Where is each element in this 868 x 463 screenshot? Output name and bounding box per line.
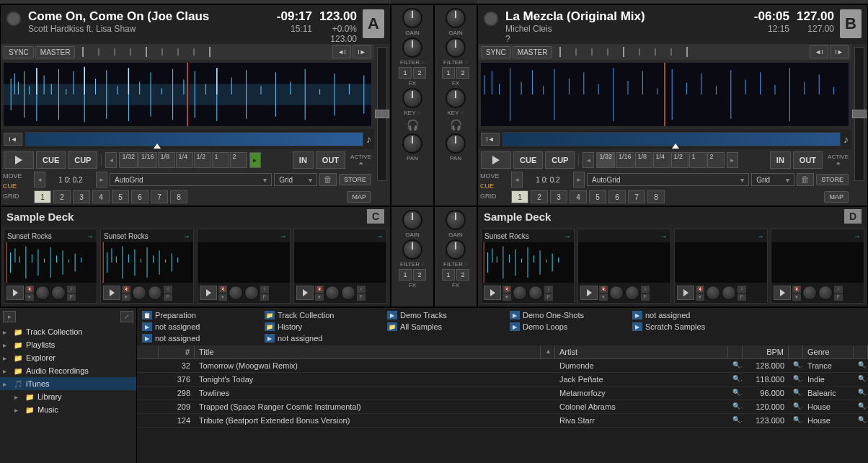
sample-play-button[interactable] [677,286,694,300]
sample-slot-4[interactable]: →🔇▾iF [771,229,864,304]
deck-a-loop-size-dec[interactable]: ◄ [105,152,117,168]
loop-size-1/2[interactable]: 1/2 [671,152,688,168]
sample-filter-knob[interactable] [528,286,543,300]
deck-b-skip-start-button[interactable]: I◄ [481,133,500,146]
deck-b-autogrid-select[interactable]: AutoGrid [587,173,749,186]
search-icon[interactable]: 🔍 [789,387,803,399]
favorite-not-assigned[interactable]: ▶not assigned [140,321,262,332]
deck-a-master-button[interactable]: MASTER [35,46,76,58]
deck-b-loop-size-inc[interactable]: ► [727,152,738,168]
search-icon[interactable]: 🔍 [728,387,743,399]
sample-slot-2[interactable]: →🔇▾iF [577,229,671,304]
search-icon[interactable]: 🔍 [728,374,743,385]
deck-a-waveform[interactable] [4,63,371,126]
mixer-a-gain-knob[interactable] [402,8,422,28]
deck-a-letter[interactable]: A [363,9,384,38]
tree-item-itunes[interactable]: ▸🎵iTunes [0,377,136,390]
sample-slot-4[interactable]: →🔇▾iF [293,229,387,304]
loop-size-1[interactable]: 1 [689,152,707,168]
favorite-track-collection[interactable]: 📁Track Collection [262,309,385,321]
disclosure-icon[interactable]: ▸ [14,406,22,414]
deck-b-loop-active-label[interactable]: ACTIVE [828,154,849,160]
col-artist[interactable]: Artist [555,345,728,358]
hotcue-5[interactable]: 5 [589,190,606,203]
search-icon[interactable]: 🔍 [854,374,868,385]
search-icon[interactable]: 🔍 [728,401,743,413]
favorite-all-samples[interactable]: 📁All Samples [385,321,508,332]
sample-waveform[interactable] [771,242,864,283]
mute-icon[interactable]: 🔇 [122,286,130,293]
sample-gain-knob[interactable] [229,286,243,300]
deck-b-sync-button[interactable]: SYNC [481,46,511,58]
hotcue-3[interactable]: 3 [550,190,567,203]
mixer-c-filter-knob[interactable] [402,239,422,260]
deck-b-overview[interactable] [502,132,841,146]
deck-b-loop-size-dec[interactable]: ◄ [583,152,594,168]
hotcue-2[interactable]: 2 [53,190,71,203]
map-button[interactable]: MAP [824,191,849,203]
search-icon[interactable]: 🔍 [728,415,743,426]
mixer-a-filter-knob[interactable] [402,38,422,58]
mixer-d-fx1[interactable]: 1 [442,269,455,281]
deck-a-cup-button[interactable]: CUP [68,151,97,169]
deck-b-tab-move[interactable]: MOVE [478,171,508,181]
sample-deck-c-letter[interactable]: C [367,209,384,224]
deck-a-load-indicator[interactable] [6,12,21,26]
sample-filter-knob[interactable] [818,286,833,300]
sample-waveform[interactable] [4,242,97,283]
tree-item-music[interactable]: ▸📁Music [0,403,136,416]
deck-b-store-button[interactable]: STORE [816,174,849,185]
sample-gain-knob[interactable] [706,286,720,300]
col-genre[interactable]: Genre [803,345,854,358]
hotcue-3[interactable]: 3 [73,190,90,203]
sample-waveform[interactable] [198,242,290,283]
sample-gain-knob[interactable] [35,286,50,300]
tree-item-playlists[interactable]: ▸📁Playlists [0,338,136,351]
mute-icon[interactable]: 🔇 [502,286,511,293]
loop-size-2[interactable]: 2 [230,152,247,168]
deck-a-grid-select[interactable]: Grid [274,173,317,186]
deck-a-hotcue-prev[interactable]: ◄ [34,172,45,188]
table-row[interactable]: 124Tribute (Beatport Extended Bonus Vers… [137,414,868,428]
hotcue-2[interactable]: 2 [531,190,548,203]
mixer-a-cue-headphone[interactable]: 🎧 [405,118,420,132]
sample-slot-3[interactable]: →🔇▾iF [674,229,768,304]
table-row[interactable]: 376Tonight's TodayJack Peñate🔍118.000🔍In… [137,373,868,387]
deck-a-skip-start-button[interactable]: I◄ [4,133,22,146]
deck-b-load-indicator[interactable] [484,12,498,26]
table-row[interactable]: 298TowlinesMetamorfozy🔍96.000🔍Balearic🔍 [137,387,868,400]
disclosure-icon[interactable]: ▸ [3,341,10,349]
deck-a-loop-active-label[interactable]: ACTIVE [350,154,371,160]
mixer-b-cue-headphone[interactable]: 🎧 [448,118,463,132]
hotcue-6[interactable]: 6 [608,190,626,203]
deck-a-tab-cue[interactable]: CUE [1,181,31,191]
sample-play-button[interactable] [296,286,314,300]
deck-b-seek-back-button[interactable]: ◄I [810,45,828,58]
deck-a-cue-button[interactable]: CUE [36,151,66,169]
sample-filter-knob[interactable] [625,286,639,300]
table-row[interactable]: 209Trapped (Space Ranger Cosmic Instrume… [137,400,868,414]
sample-gain-knob[interactable] [513,286,527,300]
sample-waveform[interactable] [578,242,670,283]
col-number[interactable]: # [159,345,195,358]
deck-a-pitch-fader[interactable] [377,47,387,181]
hotcue-5[interactable]: 5 [112,190,129,203]
sample-slot-1[interactable]: Sunset Rocks→🔇▾iF [4,229,97,304]
sample-waveform[interactable] [482,242,574,283]
loop-size-1/4[interactable]: 1/4 [176,152,193,168]
mixer-c-gain-knob[interactable] [402,210,422,230]
deck-b-play-button[interactable] [481,151,511,169]
search-icon[interactable]: 🔍 [854,387,868,399]
deck-a-seek-fwd-button[interactable]: I► [353,45,371,58]
favorite-preparation[interactable]: 📋Preparation [140,309,262,321]
mixer-a-fx2-button[interactable]: 2 [413,67,426,79]
sample-gain-knob[interactable] [609,286,624,300]
col-sort-indicator[interactable]: ▲ [541,345,555,358]
favorite-demo-tracks[interactable]: ▶Demo Tracks [385,309,508,321]
deck-a-hotcue-next[interactable]: ► [96,172,107,188]
mute-icon[interactable]: 🔇 [315,286,324,293]
deck-b-bpm[interactable]: 127.00 [797,9,834,24]
tree-expand-button[interactable]: ⤢ [120,311,133,322]
map-button[interactable]: MAP [347,191,371,203]
disclosure-icon[interactable]: ▸ [3,367,10,375]
